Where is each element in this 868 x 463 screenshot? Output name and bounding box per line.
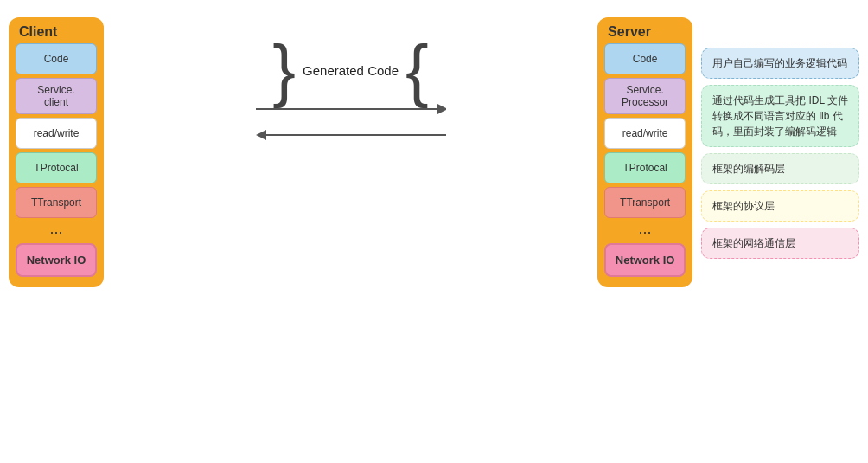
left-brace: } — [272, 39, 296, 101]
server-layer-service-processor: Service.Processor — [604, 78, 686, 114]
arrow-left — [256, 127, 446, 143]
client-layer-readwrite: read/write — [16, 118, 97, 149]
client-layer-service-client: Service.client — [16, 78, 97, 114]
client-dots: ... — [16, 218, 97, 240]
server-layer-tprotocal: TProtocal — [604, 152, 686, 183]
diagram-container: Client Code Service.client read/write TP… — [0, 0, 868, 463]
server-panel: Server Code Service.Processor read/write… — [597, 17, 692, 287]
annotation-3: 框架的编解码层 — [701, 153, 859, 184]
client-layer-tprotocal: TProtocal — [16, 152, 97, 183]
annotation-1: 用户自己编写的业务逻辑代码 — [701, 48, 859, 79]
server-layer-code: Code — [604, 43, 686, 74]
server-layer-ttransport: TTransport — [604, 187, 686, 218]
client-layer-ttransport: TTransport — [16, 187, 97, 218]
client-stack: Code Service.client read/write TProtocal… — [16, 43, 97, 218]
generated-code-area: } Generated Code { — [272, 39, 428, 101]
server-stack: Code Service.Processor read/write TProto… — [604, 43, 686, 218]
svg-marker-1 — [437, 104, 446, 114]
server-network-io: Network IO — [604, 243, 686, 277]
client-title: Client — [16, 24, 57, 40]
double-arrow-area — [256, 101, 446, 151]
generated-code-label: Generated Code — [303, 63, 399, 78]
annotations-column: 用户自己编写的业务逻辑代码 通过代码生成工具把 IDL 文件转换成不同语言对应的… — [692, 17, 859, 259]
svg-marker-3 — [256, 130, 266, 140]
center-column: } Generated Code { — [104, 17, 597, 151]
right-brace: { — [405, 39, 429, 101]
server-layer-readwrite: read/write — [604, 118, 686, 149]
client-panel: Client Code Service.client read/write TP… — [9, 17, 104, 287]
server-title: Server — [604, 24, 651, 40]
annotation-5: 框架的网络通信层 — [701, 228, 859, 259]
annotation-2: 通过代码生成工具把 IDL 文件转换成不同语言对应的 lib 代码，里面封装了编… — [701, 85, 859, 147]
annotation-4: 框架的协议层 — [701, 190, 859, 222]
server-dots: ... — [604, 218, 686, 240]
client-layer-code: Code — [16, 43, 97, 74]
client-network-io: Network IO — [16, 243, 97, 277]
arrow-right — [256, 101, 446, 117]
